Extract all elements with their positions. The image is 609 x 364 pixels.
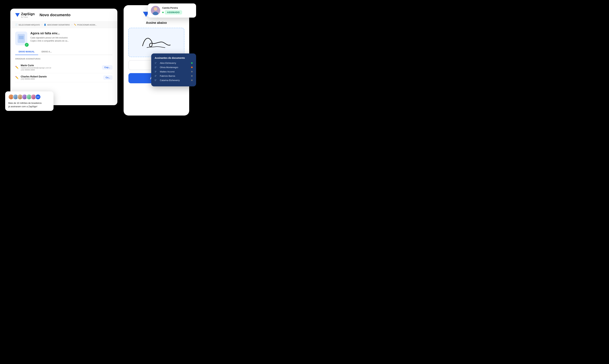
assinante-num-2: 2° <box>155 66 158 69</box>
breadcrumb-step2-label: ADICIONAR SIGNATÁRIO <box>47 24 70 26</box>
check-icon: ✓ <box>25 43 29 47</box>
logo-name: ZapSign <box>21 12 35 16</box>
breadcrumb-step2: 👤 ADICIONAR SIGNATÁRIO <box>44 24 70 26</box>
breadcrumb: 📄 SELECIONAR ARQUIVO › 👤 ADICIONAR SIGNA… <box>10 22 117 28</box>
document-card: ZapSign By Truora Novo documento 📄 SELEC… <box>10 9 117 105</box>
mobile-subtitle: Assine abaixo <box>146 21 167 25</box>
avatar-image <box>151 6 160 15</box>
status-dot-5 <box>191 79 193 81</box>
person-icon: 👤 <box>44 24 46 26</box>
assinante-num-1: 1° <box>155 62 158 64</box>
social-text-line1: Mais de 10 milhões de brasileiros <box>8 102 42 104</box>
assinante-row-2: 2° Olívia Montenegro <box>155 66 193 69</box>
social-proof-card: 10M+ Mais de 10 milhões de brasileiros j… <box>5 91 54 111</box>
svg-point-1 <box>154 7 157 11</box>
edit-icon-1: ✏️ <box>15 66 19 69</box>
doc-icon-inner <box>18 34 25 43</box>
count-badge: 10M+ <box>35 94 41 100</box>
assinado-card: Camila Pereira ASSINADO <box>148 3 196 18</box>
signatory-phone-2: (19) 99999-9999 <box>21 78 101 80</box>
copy-button-1[interactable]: Cop... <box>102 65 112 70</box>
file-icon: 📄 <box>15 24 18 26</box>
assinado-info: Camila Pereira ASSINADO <box>162 7 193 14</box>
logo-text-block: ZapSign By Truora <box>21 12 35 18</box>
assinante-name-5: Catarina Etcheverry <box>160 79 189 82</box>
success-heading: Agora só falta env... <box>30 32 69 35</box>
signatory-row: ✏️ Marie Curie mariecuriescientist@zapsi… <box>15 62 112 73</box>
breadcrumb-step1: 📄 SELECIONAR ARQUIVO <box>15 24 40 26</box>
tab-manual[interactable]: ENVIO MANUAL <box>15 49 38 55</box>
status-dot-2 <box>191 66 193 68</box>
breadcrumb-step1-label: SELECIONAR ARQUIVO <box>18 24 40 26</box>
breadcrumb-step3-label: POSICIONAR ASSIN... <box>77 24 97 26</box>
signature-svg <box>139 32 174 53</box>
signatory-name-2: Charles Robert Darwin <box>21 75 101 78</box>
assinante-row-1: 1° Alice Etcheverry <box>155 62 193 64</box>
assinante-num-5: 5° <box>155 79 158 82</box>
breadcrumb-arrow-1: › <box>42 24 42 26</box>
success-text: Agora só falta env... Cada signatário po… <box>30 32 69 42</box>
breadcrumb-arrow-2: › <box>72 24 72 26</box>
signatory-info-1: Marie Curie mariecuriescientist@zapsign.… <box>21 64 100 71</box>
assinante-row-4: 4° Fabrício Barros <box>155 75 193 77</box>
social-text-line2: já assinaram com a ZapSign! <box>8 105 37 108</box>
doc-icon-line-1 <box>19 36 24 37</box>
doc-icon-lines <box>19 36 24 40</box>
tab-auto[interactable]: ENVIO A... <box>38 49 55 55</box>
signatory-name-1: Marie Curie <box>21 64 100 67</box>
copy-button-2[interactable]: Co... <box>103 75 112 80</box>
social-text: Mais de 10 milhões de brasileiros já ass… <box>8 101 50 108</box>
breadcrumb-step3: ✏️ POSICIONAR ASSIN... <box>74 24 97 26</box>
status-dot-4 <box>191 75 193 77</box>
success-body: Cada signatário possui um link exclusivo… <box>30 36 69 42</box>
assinado-name: Camila Pereira <box>162 7 193 9</box>
status-dot-1 <box>191 62 193 64</box>
signature-area[interactable] <box>128 28 184 57</box>
status-dot-3 <box>191 71 193 72</box>
signatory-phone-1: (19) 99999-9999 <box>21 69 100 71</box>
zapsign-logo: ZapSign By Truora <box>15 12 35 18</box>
assinantes-card: Assinantes do documento 1° Alice Etcheve… <box>151 53 196 86</box>
assinante-name-4: Fabrício Barros <box>160 75 189 77</box>
avatars-row: 10M+ <box>8 94 50 100</box>
green-dot-icon <box>162 12 164 13</box>
doc-icon: ✓ <box>15 32 27 45</box>
assinante-row-3: 3° Matteo Accorsi <box>155 70 193 73</box>
assinante-name-1: Alice Etcheverry <box>160 62 189 64</box>
doc-icon-line-3 <box>19 39 24 39</box>
assinante-num-3: 3° <box>155 71 158 73</box>
logo-sub: By Truora <box>21 16 35 18</box>
assinante-name-2: Olívia Montenegro <box>160 66 189 69</box>
assinado-status: ASSINADO <box>162 10 193 14</box>
edit-icon: ✏️ <box>74 24 76 26</box>
assinantes-title: Assinantes do documento <box>155 57 193 59</box>
signatory-info-2: Charles Robert Darwin (19) 99999-9999 <box>21 75 101 80</box>
avatar <box>151 6 160 15</box>
tabs: ENVIO MANUAL ENVIO A... <box>15 49 112 55</box>
edit-icon-2: ✏️ <box>15 76 19 79</box>
logo-triangle-icon <box>15 13 20 17</box>
assinado-badge: ASSINADO <box>165 10 182 14</box>
signatory-email-1: mariecuriescientist@zapsign.com.br <box>21 67 100 69</box>
assinante-row-5: 5° Catarina Etcheverry <box>155 79 193 82</box>
doc-body: ✓ Agora só falta env... Cada signatário … <box>10 28 117 86</box>
section-label: ORDENAR ASSINATURAS <box>15 58 112 60</box>
assinante-num-4: 4° <box>155 75 158 77</box>
page-title: Novo documento <box>40 13 71 17</box>
assinante-name-3: Matteo Accorsi <box>160 70 189 73</box>
person-icon <box>151 6 160 15</box>
signatory-row-2: ✏️ Charles Robert Darwin (19) 99999-9999… <box>15 73 112 82</box>
success-section: ✓ Agora só falta env... Cada signatário … <box>15 32 112 45</box>
doc-header: ZapSign By Truora Novo documento <box>10 9 117 22</box>
doc-icon-line-2 <box>19 37 24 38</box>
